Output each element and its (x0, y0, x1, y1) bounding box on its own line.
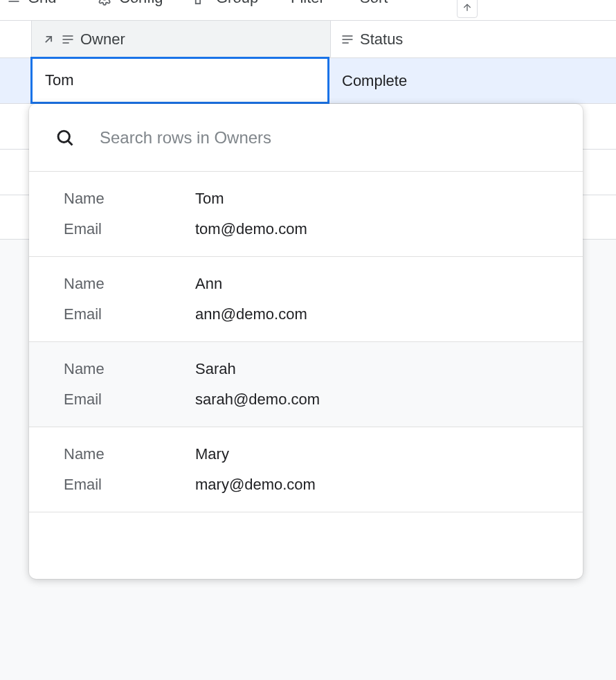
cell-status[interactable]: Complete (329, 58, 616, 104)
lookup-option[interactable]: Name Ann Email ann@demo.com (29, 257, 583, 342)
lookup-dropdown: Name Tom Email tom@demo.com Name Ann Ema… (29, 104, 583, 579)
list-icon (7, 0, 21, 5)
column-header-status[interactable]: Status (331, 21, 616, 58)
dropdown-footer (29, 512, 583, 579)
upload-button[interactable] (457, 0, 478, 18)
option-name-value: Tom (195, 190, 224, 208)
toolbar-config-label[interactable]: Config (119, 0, 163, 7)
cell-owner-value: Tom (45, 71, 74, 89)
svg-line-16 (68, 141, 72, 145)
option-name-label: Name (64, 275, 195, 293)
option-name-value: Sarah (195, 360, 236, 378)
option-email-label: Email (64, 391, 195, 409)
header-spacer (0, 21, 32, 58)
svg-rect-6 (196, 0, 200, 3)
cell-status-value: Complete (342, 72, 407, 90)
arrow-up-icon (462, 2, 473, 13)
link-arrow-icon (42, 33, 55, 46)
option-name-value: Ann (195, 275, 222, 293)
lookup-option[interactable]: Name Tom Email tom@demo.com (29, 172, 583, 257)
toolbar-grid-label[interactable]: Grid (28, 0, 57, 7)
option-email-value: ann@demo.com (195, 305, 307, 323)
search-row (29, 104, 583, 172)
toolbar-sort-label[interactable]: Sort (360, 0, 388, 7)
option-name-label: Name (64, 190, 195, 208)
lookup-option[interactable]: Name Mary Email mary@demo.com (29, 427, 583, 512)
option-name-label: Name (64, 360, 195, 378)
option-email-label: Email (64, 305, 195, 323)
toolbar-filter-label[interactable]: Filter (291, 0, 325, 7)
option-email-label: Email (64, 220, 195, 238)
option-email-value: sarah@demo.com (195, 391, 320, 409)
table-row[interactable]: Tom Complete (0, 58, 616, 104)
toolbar: Grid Config Group Filter Sort (0, 0, 616, 21)
svg-point-15 (58, 131, 69, 142)
gear-icon (97, 0, 112, 6)
group-icon (194, 0, 209, 6)
column-header-owner-label: Owner (80, 30, 125, 48)
option-email-label: Email (64, 476, 195, 494)
column-header-owner[interactable]: Owner (32, 21, 331, 58)
header-row: Owner Status (0, 21, 616, 58)
option-email-value: tom@demo.com (195, 220, 307, 238)
toolbar-group-label[interactable]: Group (216, 0, 258, 7)
column-header-status-label: Status (360, 30, 403, 48)
row-spacer (0, 58, 32, 104)
option-name-value: Mary (195, 445, 229, 463)
cell-owner[interactable]: Tom (30, 57, 329, 104)
text-lines-icon (341, 33, 354, 46)
svg-line-8 (46, 36, 51, 42)
search-input[interactable] (100, 128, 566, 147)
text-lines-icon (61, 33, 75, 46)
option-name-label: Name (64, 445, 195, 463)
option-email-value: mary@demo.com (195, 476, 316, 494)
search-icon (55, 128, 75, 147)
lookup-option[interactable]: Name Sarah Email sarah@demo.com (29, 342, 583, 427)
